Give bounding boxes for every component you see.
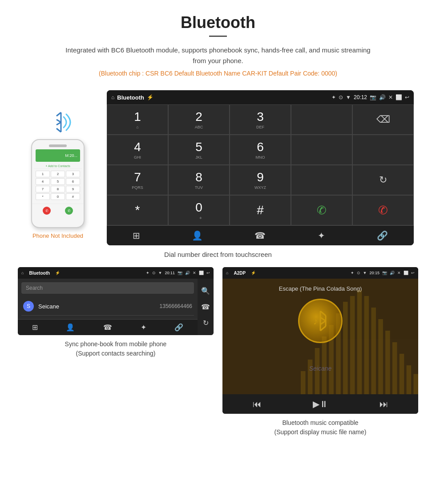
status-right: ✦ ⊙ ▼ 20:12 📷 🔊 ✕ ⬜ ↩ — [331, 94, 409, 100]
dialer-bluetooth-icon[interactable]: ✦ — [318, 230, 325, 241]
bottom-screens: ⌂ Bluetooth ⚡ ✦ ⊙ ▼ 20:11 📷 🔊 ✕ ⬜ ↩ — [0, 267, 436, 437]
dial-key-6[interactable]: 6 MNO — [230, 135, 291, 165]
pb-nav-link[interactable]: 🔗 — [174, 323, 183, 332]
phonebook-android-screen: ⌂ Bluetooth ⚡ ✦ ⊙ ▼ 20:11 📷 🔊 ✕ ⬜ ↩ — [18, 267, 214, 335]
pb-time: 20:11 — [165, 271, 175, 275]
pb-cam-icon[interactable]: 📷 — [178, 271, 182, 275]
contact-letter: S — [23, 301, 34, 312]
music-loc-icon: ⊙ — [357, 271, 360, 275]
svg-rect-12 — [350, 296, 355, 394]
status-left: ⌂ Bluetooth ⚡ — [111, 94, 153, 101]
pb-win-icon[interactable]: ⬜ — [199, 271, 204, 275]
svg-rect-15 — [371, 308, 376, 394]
location-icon: ⊙ — [339, 94, 343, 100]
music-cam-icon[interactable]: 📷 — [382, 271, 387, 275]
phonebook-search-bar[interactable]: Search — [21, 282, 194, 294]
pb-nav-bar: ⊞ 👤 ☎ ✦ 🔗 — [18, 319, 198, 335]
pb-usb-icon: ⚡ — [55, 271, 60, 275]
svg-rect-18 — [392, 342, 397, 394]
home-icon[interactable]: ⌂ — [111, 94, 114, 100]
svg-rect-16 — [378, 319, 383, 394]
back-icon[interactable]: ↩ — [405, 94, 409, 100]
phone-not-included-label: Phone Not Included — [32, 232, 83, 239]
music-win-icon[interactable]: ⬜ — [404, 271, 408, 275]
dial-call-red[interactable]: ✆ — [352, 195, 414, 225]
pb-nav-grid[interactable]: ⊞ — [32, 323, 38, 332]
svg-rect-11 — [343, 302, 348, 394]
dial-empty-1 — [291, 104, 352, 135]
camera-icon[interactable]: 📷 — [370, 94, 376, 100]
dialer-status-bar: ⌂ Bluetooth ⚡ ✦ ⊙ ▼ 20:12 📷 🔊 ✕ ⬜ ↩ — [107, 90, 414, 104]
dialer-link-icon[interactable]: 🔗 — [377, 230, 388, 241]
dial-key-4[interactable]: 4 GHI — [107, 135, 168, 165]
dial-key-hash[interactable]: # — [230, 195, 291, 225]
pb-side-icons: 🔍 ☎ ↻ — [198, 279, 214, 335]
contact-row-seicane[interactable]: S Seicane 13566664466 — [21, 297, 194, 316]
dialer-phone-icon[interactable]: ☎ — [254, 230, 266, 241]
bluetooth-status-icon: ✦ — [331, 94, 336, 100]
svg-rect-21 — [413, 374, 418, 395]
music-status-bar: ⌂ A2DP ⚡ ✦ ⊙ ▼ 20:15 📷 🔊 ✕ ⬜ ↩ — [222, 267, 418, 279]
prev-track-icon[interactable]: ⏮ — [253, 399, 262, 409]
music-close-icon[interactable]: ✕ — [397, 271, 401, 275]
dial-key-5[interactable]: 5 JKL — [168, 135, 230, 165]
volume-icon[interactable]: 🔊 — [379, 94, 386, 100]
next-track-icon[interactable]: ⏭ — [379, 399, 388, 409]
pb-nav-bt[interactable]: ✦ — [141, 323, 146, 332]
dial-key-1[interactable]: 1 ⌂ — [107, 104, 168, 135]
svg-rect-10 — [336, 313, 341, 394]
svg-rect-13 — [357, 290, 362, 394]
dialer-caption: Dial number direct from touchscreen — [0, 251, 436, 258]
dialer-contacts-icon[interactable]: 👤 — [192, 230, 203, 241]
pb-nav-contacts[interactable]: 👤 — [66, 323, 75, 332]
music-android-screen: ⌂ A2DP ⚡ ✦ ⊙ ▼ 20:15 📷 🔊 ✕ ⬜ ↩ — [222, 267, 418, 414]
svg-rect-20 — [407, 365, 412, 394]
pb-status-right: ✦ ⊙ ▼ 20:11 📷 🔊 ✕ ⬜ ↩ — [146, 271, 210, 275]
phonebook-status-bar: ⌂ Bluetooth ⚡ ✦ ⊙ ▼ 20:11 📷 🔊 ✕ ⬜ ↩ — [18, 267, 214, 279]
pb-phone-side-icon[interactable]: ☎ — [201, 303, 210, 311]
music-status-right: ✦ ⊙ ▼ 20:15 📷 🔊 ✕ ⬜ ↩ — [351, 271, 415, 275]
dial-call-green[interactable]: ✆ — [291, 195, 352, 225]
dialer-nav: ⊞ 👤 ☎ ✦ 🔗 — [107, 225, 414, 245]
dial-key-star[interactable]: * — [107, 195, 168, 225]
play-pause-icon[interactable]: ▶⏸ — [313, 399, 328, 409]
main-section: M:20... + Add to Contacts 1 2 3 4 5 6 7 … — [0, 90, 436, 245]
dial-key-2[interactable]: 2 ABC — [168, 104, 230, 135]
phone-keypad: 1 2 3 4 5 6 7 8 9 * 0 # — [32, 169, 84, 202]
close-icon[interactable]: ✕ — [388, 94, 393, 100]
music-sig-icon: ▼ — [363, 271, 367, 275]
pb-home-icon[interactable]: ⌂ — [21, 271, 24, 275]
contact-number: 13566664466 — [160, 303, 192, 309]
pb-vol-icon[interactable]: 🔊 — [185, 271, 190, 275]
dial-key-3[interactable]: 3 DEF — [230, 104, 291, 135]
music-vol-icon[interactable]: 🔊 — [390, 271, 395, 275]
pb-close-icon[interactable]: ✕ — [193, 271, 196, 275]
pb-back-icon[interactable]: ↩ — [206, 271, 210, 275]
equalizer-visualization — [301, 279, 418, 394]
pb-search-side-icon[interactable]: 🔍 — [201, 287, 210, 295]
music-home-icon[interactable]: ⌂ — [226, 271, 228, 275]
music-screen-title: A2DP — [234, 271, 246, 276]
page-description: Integrated with BC6 Bluetooth module, su… — [62, 45, 374, 66]
dial-delete[interactable]: ⌫ — [352, 104, 414, 135]
search-placeholder: Search — [26, 285, 43, 291]
phone-screen-text: M:20... — [65, 153, 77, 158]
window-icon[interactable]: ⬜ — [396, 94, 402, 100]
dial-refresh[interactable]: ↻ — [352, 165, 414, 195]
dial-key-0[interactable]: 0 + — [168, 195, 230, 225]
dial-key-9[interactable]: 9 WXYZ — [230, 165, 291, 195]
dial-key-8[interactable]: 8 TUV — [168, 165, 230, 195]
dial-empty-2 — [291, 135, 352, 165]
svg-rect-14 — [364, 296, 369, 394]
svg-rect-9 — [329, 325, 334, 394]
music-back-icon[interactable]: ↩ — [411, 271, 415, 275]
pb-sig-icon: ▼ — [158, 271, 162, 275]
dialer-grid-icon[interactable]: ⊞ — [133, 230, 140, 241]
dial-key-7[interactable]: 7 PQRS — [107, 165, 168, 195]
phonebook-side-layout: Search S Seicane 13566664466 ⊞ 👤 ☎ ✦ — [18, 279, 214, 335]
pb-nav-phone[interactable]: ☎ — [103, 323, 112, 332]
status-time: 20:12 — [354, 94, 367, 100]
pb-refresh-side-icon[interactable]: ↻ — [203, 319, 209, 327]
pb-title: Bluetooth — [29, 271, 50, 276]
phonebook-screen-wrap: ⌂ Bluetooth ⚡ ✦ ⊙ ▼ 20:11 📷 🔊 ✕ ⬜ ↩ — [18, 267, 214, 437]
